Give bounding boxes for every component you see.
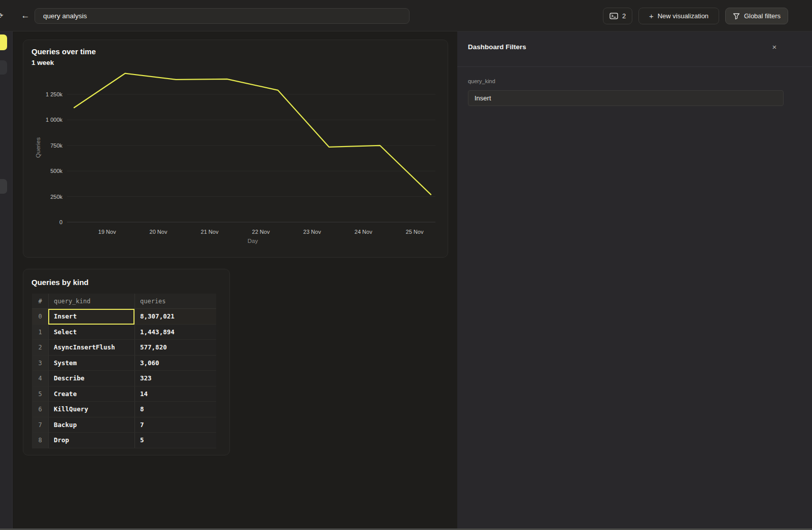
new-visualization-button[interactable]: + New visualization: [638, 8, 719, 24]
panel-divider: [457, 66, 812, 67]
query-kind-cell[interactable]: KillQuery: [48, 402, 134, 417]
y-tick-label: 750k: [50, 143, 62, 149]
x-tick-label: 23 Nov: [303, 229, 321, 235]
row-index-cell: 5: [32, 386, 48, 402]
left-strip: [0, 31, 13, 528]
query-kind-cell[interactable]: Describe: [48, 371, 134, 386]
query-kind-cell[interactable]: Backup: [48, 417, 134, 433]
query-kind-cell[interactable]: System: [48, 356, 134, 371]
row-index-cell: 4: [32, 371, 48, 386]
query-kind-cell[interactable]: AsyncInsertFlush: [48, 340, 134, 356]
row-index-cell: 3: [32, 356, 48, 371]
x-tick-label: 21 Nov: [201, 229, 219, 235]
dashboard-canvas: Queries over time 1 week 0250k500k750k1 …: [13, 31, 457, 528]
refresh-icon[interactable]: ⟳: [0, 10, 7, 21]
x-tick-label: 22 Nov: [252, 229, 270, 235]
queries-value-cell[interactable]: 5: [134, 433, 216, 448]
query-kind-cell[interactable]: Insert: [48, 309, 134, 325]
top-bar: ⟳ ← 2 + New visualization Global filters: [0, 0, 812, 31]
sidebar-item-active[interactable]: [0, 34, 7, 50]
x-tick-label: 19 Nov: [98, 229, 116, 235]
x-axis-title: Day: [248, 238, 258, 244]
plus-icon: +: [649, 12, 654, 20]
y-axis-title: Queries: [35, 137, 41, 158]
x-tick-label: 25 Nov: [406, 229, 424, 235]
tab-count-label: 2: [622, 12, 626, 20]
queries-value-cell[interactable]: 3,060: [134, 356, 216, 371]
row-index-cell: 8: [32, 433, 48, 448]
line-chart[interactable]: 0250k500k750k1 000k1 250k19 Nov20 Nov21 …: [23, 40, 449, 258]
close-icon[interactable]: ×: [768, 41, 781, 53]
queries-value-cell[interactable]: 577,820: [134, 340, 216, 356]
new-visualization-label: New visualization: [658, 12, 708, 20]
column-header: query_kind: [48, 294, 134, 309]
queries-value-cell[interactable]: 323: [134, 371, 216, 386]
global-filters-label: Global filters: [744, 12, 781, 20]
y-tick-label: 500k: [50, 168, 62, 174]
global-filters-button[interactable]: Global filters: [725, 8, 788, 24]
x-tick-label: 20 Nov: [150, 229, 167, 235]
column-header: queries: [134, 294, 216, 309]
column-header: #: [32, 294, 48, 309]
queries-value-cell[interactable]: 1,443,894: [134, 325, 216, 340]
funnel-icon: [733, 13, 740, 20]
app-root: ⟳ ← 2 + New visualization Global filters: [0, 0, 812, 530]
y-tick-label: 1 250k: [46, 91, 63, 97]
queries-value-cell[interactable]: 8,307,021: [134, 309, 216, 325]
y-tick-label: 0: [59, 219, 62, 225]
row-index-cell: 0: [32, 309, 48, 325]
x-tick-label: 24 Nov: [355, 229, 373, 235]
chart-card: Queries over time 1 week 0250k500k750k1 …: [23, 40, 448, 258]
table-title: Queries by kind: [31, 278, 89, 287]
queries-value-cell[interactable]: 14: [134, 386, 216, 402]
query-kind-cell[interactable]: Drop: [48, 433, 134, 448]
filters-panel: Dashboard Filters × query_kind: [457, 31, 812, 528]
table-card: Queries by kind #query_kindqueries0Inser…: [23, 269, 230, 455]
queries-series-line: [74, 74, 431, 195]
filters-panel-title: Dashboard Filters: [468, 43, 526, 51]
row-index-cell: 1: [32, 325, 48, 340]
y-tick-label: 250k: [50, 194, 62, 200]
row-index-cell: 6: [32, 402, 48, 417]
console-icon: [610, 13, 618, 19]
query-kind-cell[interactable]: Create: [48, 386, 134, 402]
dashboard-title-input[interactable]: [35, 8, 410, 24]
sidebar-item-3[interactable]: [0, 179, 7, 194]
back-button[interactable]: ←: [19, 9, 31, 22]
queries-value-cell[interactable]: 7: [134, 417, 216, 433]
queries-value-cell[interactable]: 8: [134, 402, 216, 417]
tab-count-button[interactable]: 2: [603, 8, 632, 24]
row-index-cell: 2: [32, 340, 48, 356]
y-tick-label: 1 000k: [46, 117, 63, 123]
sidebar-item-2[interactable]: [0, 60, 7, 75]
query-kind-cell[interactable]: Select: [48, 325, 134, 340]
row-index-cell: 7: [32, 417, 48, 433]
queries-table: #query_kindqueries0Insert8,307,0211Selec…: [32, 294, 216, 448]
filter-field-label: query_kind: [468, 78, 495, 84]
query-kind-filter-input[interactable]: [468, 90, 784, 106]
